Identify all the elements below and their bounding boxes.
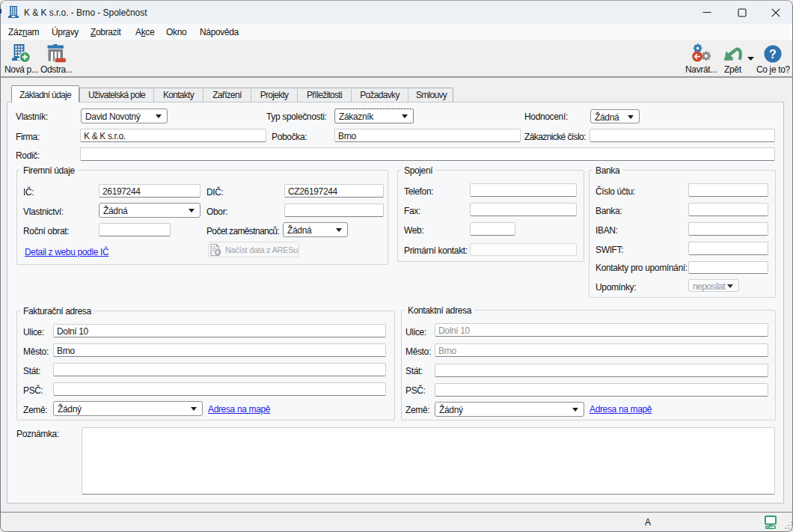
svg-text:?: ?: [769, 48, 777, 61]
